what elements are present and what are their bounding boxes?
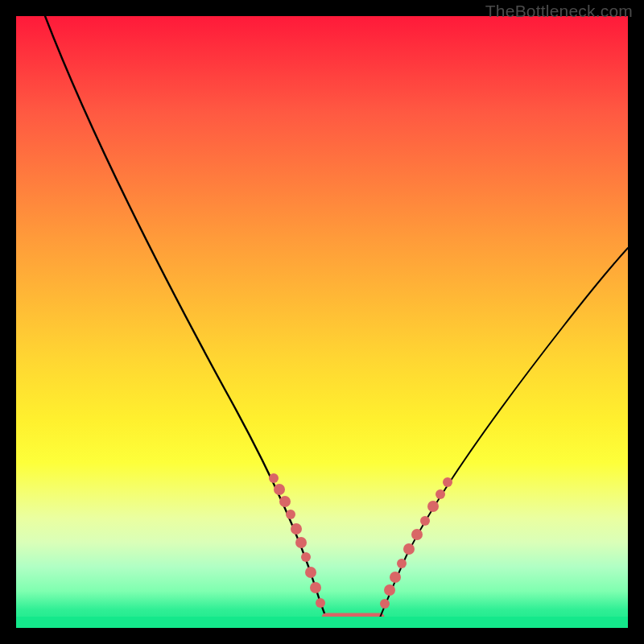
dot xyxy=(295,537,307,548)
chart-frame: TheBottleneck.com xyxy=(0,0,644,644)
dot xyxy=(411,529,423,540)
dot xyxy=(274,484,285,495)
chart-plot-area xyxy=(16,16,628,628)
dot xyxy=(420,516,430,526)
watermark-text: TheBottleneck.com xyxy=(485,2,633,21)
dot xyxy=(316,598,325,608)
dot xyxy=(291,523,302,535)
dot xyxy=(443,477,452,487)
dot xyxy=(301,552,311,562)
bottleneck-curve xyxy=(16,16,628,628)
dot xyxy=(390,572,401,583)
dot xyxy=(380,599,390,609)
dot xyxy=(384,584,395,596)
dots-right xyxy=(380,477,452,609)
dot xyxy=(305,567,316,578)
dot xyxy=(279,496,291,507)
dot xyxy=(286,510,295,519)
dot xyxy=(397,559,407,568)
dot xyxy=(436,489,445,499)
curve-right xyxy=(380,248,628,617)
dot xyxy=(427,501,439,512)
dot xyxy=(403,543,415,555)
dot xyxy=(310,582,321,593)
dot xyxy=(269,473,279,483)
dots-left xyxy=(269,473,325,608)
curve-left xyxy=(45,16,326,617)
